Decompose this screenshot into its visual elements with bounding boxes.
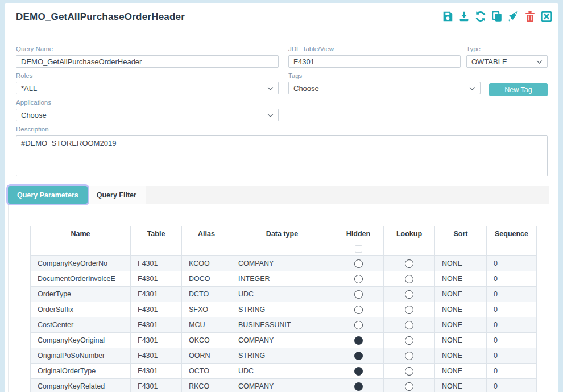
- lookup-radio[interactable]: [405, 336, 413, 345]
- cell-sort: NONE: [435, 256, 487, 271]
- query-name-input[interactable]: [16, 55, 279, 68]
- lookup-radio[interactable]: [405, 382, 413, 391]
- filter-cell[interactable]: [333, 241, 384, 256]
- column-header: Table: [131, 226, 182, 241]
- filter-cell[interactable]: [182, 241, 231, 256]
- cell-sequence: 0: [487, 287, 537, 302]
- table-row[interactable]: DocumentOrderInvoiceEF4301DOCOINTEGERNON…: [31, 271, 537, 287]
- column-header: Sequence: [487, 226, 537, 241]
- hidden-radio[interactable]: [354, 336, 363, 345]
- header-toolbar: [441, 10, 553, 23]
- lookup-radio[interactable]: [405, 367, 413, 376]
- description-textarea[interactable]: #DEMO_STOREROOM2019: [16, 135, 548, 176]
- cell-table: F4301: [131, 348, 182, 364]
- filter-cell[interactable]: [487, 241, 537, 256]
- lookup-radio-cell: [384, 271, 435, 287]
- filter-cell[interactable]: [435, 241, 487, 256]
- cell-data-type: COMPANY: [231, 379, 333, 392]
- cell-table: F4301: [131, 302, 182, 317]
- hidden-radio[interactable]: [354, 259, 363, 268]
- hidden-radio[interactable]: [354, 306, 363, 314]
- hidden-radio[interactable]: [354, 382, 363, 391]
- table-row[interactable]: OrderSuffixF4301SFXOSTRINGNONE0: [31, 302, 537, 317]
- lookup-radio-cell: [384, 364, 435, 379]
- copy-icon[interactable]: [491, 10, 503, 23]
- hidden-radio-cell: [333, 256, 384, 271]
- cell-alias: RKCO: [182, 379, 231, 392]
- cell-name: OriginalOrderType: [31, 364, 131, 379]
- type-label: Type: [466, 46, 548, 53]
- header-divider: [10, 34, 554, 34]
- filter-cell[interactable]: [31, 241, 131, 256]
- cell-sort: NONE: [435, 271, 487, 287]
- refresh-icon[interactable]: [474, 10, 487, 23]
- lookup-radio[interactable]: [405, 290, 413, 299]
- filter-cell[interactable]: [131, 241, 182, 256]
- cell-alias: KCOO: [182, 256, 231, 271]
- cell-sort: NONE: [435, 317, 487, 333]
- description-label: Description: [16, 126, 548, 133]
- cell-sequence: 0: [487, 364, 537, 379]
- delete-icon[interactable]: [524, 10, 536, 23]
- table-row[interactable]: CostCenterF4301MCUBUSINESSUNITNONE0: [31, 317, 537, 333]
- cell-data-type: INTEGER: [231, 271, 333, 287]
- column-header: Name: [31, 226, 131, 241]
- table-row[interactable]: CompanyKeyOriginalF4301OKCOCOMPANYNONE0: [31, 333, 537, 348]
- jde-table-label: JDE Table/View: [288, 46, 461, 53]
- hidden-radio-cell: [333, 271, 384, 287]
- hidden-filter-checkbox[interactable]: [355, 245, 362, 253]
- lookup-radio-cell: [384, 379, 435, 392]
- table-row[interactable]: OriginalPoSoNumberF4301OORNSTRINGNONE0: [31, 348, 537, 364]
- column-header: Lookup: [384, 226, 435, 241]
- hidden-radio[interactable]: [354, 367, 363, 376]
- cell-sequence: 0: [487, 302, 537, 317]
- table-row[interactable]: OriginalOrderTypeF4301OCTOUDCNONE0: [31, 364, 537, 379]
- chevron-down-icon: [266, 84, 275, 93]
- cell-data-type: COMPANY: [231, 333, 333, 348]
- table-row[interactable]: CompanyKeyRelatedF4301RKCOCOMPANYNONE0: [31, 379, 537, 392]
- cell-name: OrderSuffix: [31, 302, 131, 317]
- cell-sort: NONE: [435, 302, 487, 317]
- lookup-radio-cell: [384, 333, 435, 348]
- lookup-radio[interactable]: [405, 306, 413, 314]
- cell-alias: SFXO: [182, 302, 231, 317]
- query-name-field-group: Query Name: [16, 46, 279, 68]
- jde-table-input[interactable]: [288, 55, 461, 68]
- tab-query-parameters[interactable]: Query Parameters: [8, 186, 88, 204]
- tab-query-filter[interactable]: Query Filter: [88, 186, 146, 204]
- lookup-radio[interactable]: [405, 275, 413, 283]
- cell-name: OriginalPoSoNumber: [31, 348, 131, 364]
- cell-data-type: COMPANY: [231, 256, 333, 271]
- rocket-icon[interactable]: [507, 10, 520, 23]
- cell-alias: OKCO: [182, 333, 231, 348]
- table-row[interactable]: CompanyKeyOrderNoF4301KCOOCOMPANYNONE0: [31, 256, 537, 271]
- chevron-down-icon: [468, 84, 477, 93]
- filter-cell[interactable]: [231, 241, 333, 256]
- cell-sort: NONE: [435, 348, 487, 364]
- filter-cell[interactable]: [384, 241, 435, 256]
- type-select[interactable]: OWTABLE: [466, 55, 548, 68]
- page-title: DEMO_GetAllPurchaseOrderHeader: [16, 11, 185, 23]
- close-icon[interactable]: [540, 10, 553, 23]
- type-field-group: Type OWTABLE: [466, 46, 548, 68]
- cell-sequence: 0: [487, 348, 537, 364]
- lookup-radio[interactable]: [405, 321, 413, 329]
- hidden-radio[interactable]: [354, 321, 363, 329]
- hidden-radio[interactable]: [354, 352, 363, 360]
- cell-sequence: 0: [487, 379, 537, 392]
- applications-select-value: Choose: [21, 111, 47, 119]
- lookup-radio[interactable]: [405, 259, 413, 268]
- new-tag-button[interactable]: New Tag: [489, 83, 548, 96]
- hidden-radio[interactable]: [354, 290, 363, 299]
- roles-select[interactable]: *ALL: [16, 82, 279, 94]
- save-icon[interactable]: [441, 10, 454, 23]
- applications-field-group: Applications Choose: [16, 99, 279, 121]
- download-icon[interactable]: [458, 10, 470, 23]
- hidden-radio[interactable]: [354, 275, 363, 283]
- applications-select[interactable]: Choose: [16, 109, 279, 121]
- description-field-group: Description #DEMO_STOREROOM2019: [16, 126, 548, 179]
- lookup-radio[interactable]: [405, 352, 413, 360]
- cell-sequence: 0: [487, 271, 537, 287]
- table-row[interactable]: OrderTypeF4301DCTOUDCNONE0: [31, 287, 537, 302]
- tags-select[interactable]: Choose: [288, 82, 481, 94]
